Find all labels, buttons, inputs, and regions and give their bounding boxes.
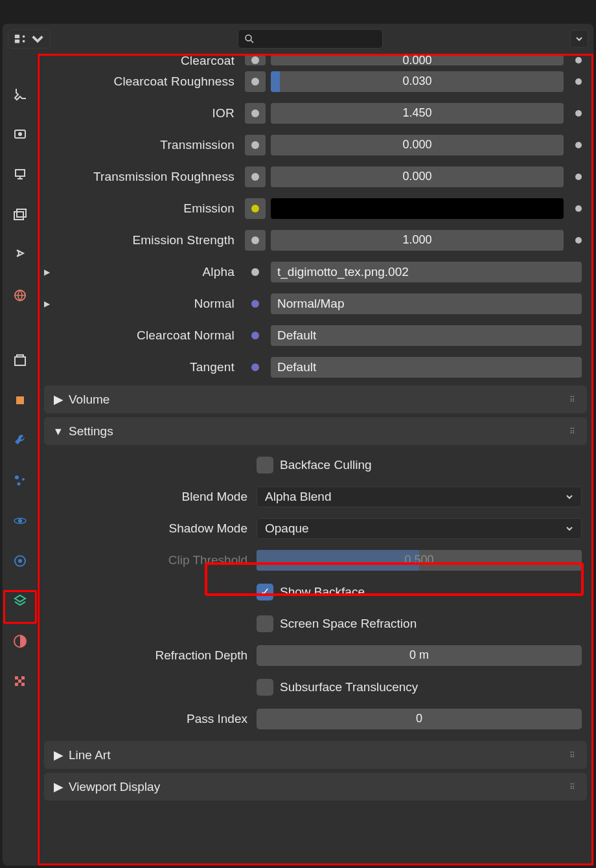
svg-point-16 bbox=[22, 478, 25, 481]
socket-transmission[interactable] bbox=[245, 135, 266, 155]
tab-collection[interactable] bbox=[9, 349, 31, 371]
setting-sss: Subsurface Translucency bbox=[38, 671, 593, 703]
setting-refraction-depth: Refraction Depth 0 m bbox=[38, 639, 593, 671]
color-emission[interactable] bbox=[271, 198, 564, 219]
svg-rect-26 bbox=[15, 683, 18, 686]
link-clearcoat-normal[interactable]: Default bbox=[271, 325, 582, 346]
svg-line-5 bbox=[251, 40, 253, 43]
search-icon bbox=[244, 33, 255, 45]
dropdown-shadow-mode[interactable]: Opaque bbox=[257, 518, 582, 539]
chevron-down-icon bbox=[566, 525, 573, 532]
prop-tangent: Tangent Default bbox=[38, 351, 593, 383]
setting-clip-threshold: Clip Threshold 0.500 bbox=[38, 544, 593, 576]
slider-emission-strength[interactable]: 1.000 bbox=[271, 230, 564, 251]
setting-show-backface: Show Backface bbox=[38, 576, 593, 608]
svg-rect-8 bbox=[16, 170, 25, 176]
slider-transmission[interactable]: 0.000 bbox=[271, 135, 564, 155]
properties-tabs bbox=[3, 54, 38, 865]
dropdown-blend-mode[interactable]: Alpha Blend bbox=[257, 486, 582, 507]
search-input[interactable] bbox=[238, 29, 383, 49]
svg-point-2 bbox=[23, 36, 25, 38]
drag-handle-icon[interactable]: ⠿ bbox=[569, 429, 577, 433]
tab-world[interactable] bbox=[9, 284, 31, 306]
checkbox-sss[interactable] bbox=[257, 679, 273, 696]
svg-rect-14 bbox=[16, 396, 24, 404]
socket-tangent[interactable] bbox=[245, 357, 266, 378]
chevron-right-icon: ▶ bbox=[53, 779, 63, 794]
properties-icon bbox=[14, 32, 28, 46]
tab-modifier[interactable] bbox=[9, 429, 31, 451]
expand-alpha[interactable]: ▶ bbox=[38, 268, 56, 277]
section-settings[interactable]: ▾ Settings ⠿ bbox=[44, 417, 587, 445]
svg-point-4 bbox=[246, 35, 251, 41]
svg-point-15 bbox=[15, 475, 19, 479]
prop-clearcoat-roughness: Clearcoat Roughness 0.030 bbox=[38, 65, 593, 97]
svg-point-3 bbox=[23, 40, 25, 43]
svg-rect-9 bbox=[14, 212, 23, 220]
drag-handle-icon[interactable]: ⠿ bbox=[569, 398, 577, 402]
socket-emission-strength[interactable] bbox=[245, 230, 266, 251]
svg-rect-25 bbox=[18, 680, 21, 683]
setting-blend-mode: Blend Mode Alpha Blend bbox=[38, 481, 593, 512]
drag-handle-icon[interactable]: ⠿ bbox=[569, 785, 577, 789]
svg-rect-27 bbox=[21, 683, 25, 686]
tab-texture[interactable] bbox=[9, 670, 31, 692]
section-line-art[interactable]: ▶ Line Art ⠿ bbox=[44, 741, 587, 769]
tab-render[interactable] bbox=[9, 124, 31, 146]
chevron-down-icon bbox=[566, 493, 573, 501]
prop-emission-strength: Emission Strength 1.000 bbox=[38, 224, 593, 256]
tab-physics[interactable] bbox=[9, 510, 31, 532]
tab-output[interactable] bbox=[9, 164, 31, 186]
slider-clip-threshold: 0.500 bbox=[257, 550, 582, 571]
svg-point-7 bbox=[18, 132, 22, 136]
link-normal[interactable]: Normal/Map bbox=[271, 293, 582, 314]
tab-material[interactable] bbox=[9, 630, 31, 652]
editor-type-selector[interactable] bbox=[8, 29, 51, 49]
checkbox-ssr[interactable] bbox=[257, 615, 273, 632]
socket-normal[interactable] bbox=[245, 293, 266, 314]
svg-rect-13 bbox=[17, 355, 23, 357]
chevron-down-icon bbox=[575, 35, 583, 43]
slider-transmission-roughness[interactable]: 0.000 bbox=[271, 166, 564, 187]
svg-rect-10 bbox=[17, 209, 26, 217]
num-pass-index[interactable]: 0 bbox=[257, 709, 582, 729]
tab-object[interactable] bbox=[9, 389, 31, 411]
tab-particles[interactable] bbox=[9, 470, 31, 492]
prop-alpha: ▶ Alpha t_digimotto_tex.png.002 bbox=[38, 256, 593, 288]
svg-rect-24 bbox=[21, 676, 25, 680]
section-viewport-display[interactable]: ▶ Viewport Display ⠿ bbox=[44, 773, 587, 801]
tab-viewlayer[interactable] bbox=[9, 204, 31, 226]
prop-ior: IOR 1.450 bbox=[38, 97, 593, 129]
slider-clearcoat[interactable]: 0.000 bbox=[271, 55, 564, 65]
tab-constraints[interactable] bbox=[9, 550, 31, 572]
socket-transmission-roughness[interactable] bbox=[245, 166, 266, 187]
prop-emission: Emission bbox=[38, 192, 593, 224]
svg-point-18 bbox=[18, 519, 22, 523]
num-refraction-depth[interactable]: 0 m bbox=[257, 645, 582, 666]
tab-data[interactable] bbox=[9, 590, 31, 612]
socket-clearcoat-roughness[interactable] bbox=[245, 71, 266, 92]
socket-ior[interactable] bbox=[245, 103, 266, 124]
setting-ssr: Screen Space Refraction bbox=[38, 608, 593, 639]
tab-scene[interactable] bbox=[9, 244, 31, 266]
link-alpha[interactable]: t_digimotto_tex.png.002 bbox=[271, 262, 582, 282]
socket-clearcoat[interactable] bbox=[245, 55, 266, 65]
options-button[interactable] bbox=[570, 30, 588, 48]
slider-clearcoat-roughness[interactable]: 0.030 bbox=[271, 71, 564, 92]
link-tangent[interactable]: Default bbox=[271, 357, 582, 378]
svg-rect-0 bbox=[15, 35, 19, 39]
material-panel: Clearcoat 0.000 Clearcoat Roughness bbox=[38, 54, 593, 865]
chevron-down-icon: ▾ bbox=[53, 424, 63, 439]
slider-ior[interactable]: 1.450 bbox=[271, 103, 564, 124]
expand-normal[interactable]: ▶ bbox=[38, 299, 56, 308]
chevron-right-icon: ▶ bbox=[53, 392, 63, 407]
checkbox-backface-culling[interactable] bbox=[257, 457, 273, 474]
socket-emission[interactable] bbox=[245, 198, 266, 219]
drag-handle-icon[interactable]: ⠿ bbox=[569, 753, 577, 757]
tab-tool[interactable] bbox=[9, 84, 31, 106]
checkbox-show-backface[interactable] bbox=[257, 584, 273, 600]
section-volume[interactable]: ▶ Volume ⠿ bbox=[44, 385, 587, 413]
socket-clearcoat-normal[interactable] bbox=[245, 325, 266, 346]
prop-clearcoat: Clearcoat 0.000 bbox=[38, 55, 593, 65]
socket-alpha[interactable] bbox=[245, 262, 266, 282]
